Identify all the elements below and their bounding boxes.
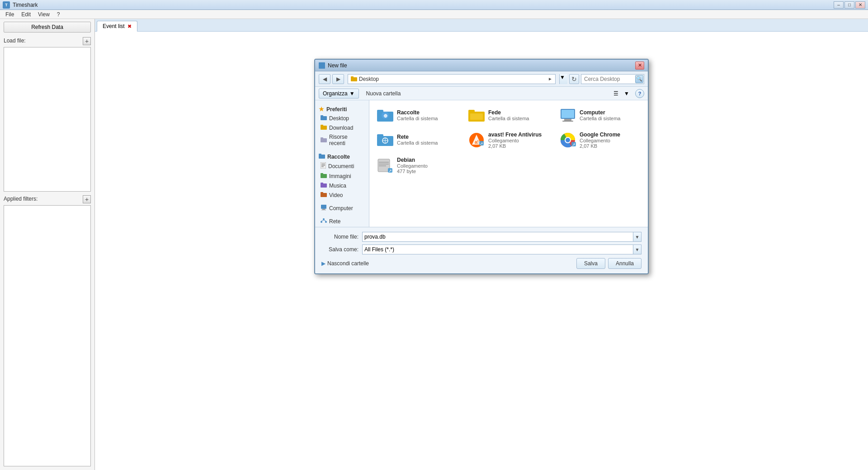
- search-button[interactable]: 🔍: [635, 75, 643, 83]
- file-desc-rete: Cartella di sistema: [397, 140, 438, 146]
- filetype-label: Salva come:: [321, 246, 362, 253]
- nav-download[interactable]: Download: [315, 123, 369, 132]
- svg-rect-56: [379, 164, 389, 164]
- filetype-input[interactable]: [362, 244, 633, 254]
- app-icon: T: [3, 1, 10, 9]
- file-item-rete[interactable]: Rete Cartella di sistema: [374, 129, 461, 151]
- svg-text:↗: ↗: [572, 142, 576, 147]
- nav-rete[interactable]: Rete: [315, 216, 369, 226]
- refresh-data-button[interactable]: Refresh Data: [4, 22, 91, 33]
- applied-filters-add-button[interactable]: +: [83, 195, 91, 203]
- svg-rect-57: [379, 165, 386, 166]
- help-button[interactable]: ?: [635, 89, 644, 98]
- save-button[interactable]: Salva: [576, 258, 605, 269]
- menu-view[interactable]: View: [34, 10, 53, 19]
- svg-rect-37: [564, 119, 571, 121]
- svg-rect-55: [379, 162, 389, 163]
- file-item-raccolte[interactable]: ⊕ Raccolte Cartella di sistema: [374, 105, 461, 126]
- nav-immagini-label: Immagini: [329, 173, 351, 179]
- svg-rect-19: [321, 192, 323, 193]
- file-item-chrome[interactable]: ↗ Google Chrome Collegamento 2,07 KB: [557, 129, 643, 151]
- tab-bar: Event list ✖: [95, 19, 868, 32]
- forward-button[interactable]: ▶: [332, 74, 344, 84]
- location-bar: Desktop ►: [348, 74, 556, 84]
- svg-point-25: [325, 221, 327, 223]
- menu-help[interactable]: ?: [53, 10, 64, 19]
- svg-rect-29: [377, 110, 383, 113]
- svg-rect-6: [321, 138, 327, 142]
- dialog-title-bar: New file ✕: [315, 60, 648, 71]
- svg-rect-20: [321, 205, 326, 209]
- tab-event-list[interactable]: Event list ✖: [97, 21, 137, 32]
- file-item-avast[interactable]: a! ↗ avast! Free Antivirus Collegamento: [465, 129, 552, 151]
- menu-bar: File Edit View ?: [0, 10, 868, 19]
- load-file-add-button[interactable]: +: [83, 37, 91, 45]
- svg-rect-17: [321, 183, 323, 184]
- dialog-action-buttons: Salva Annulla: [576, 258, 642, 269]
- svg-rect-9: [319, 154, 321, 155]
- nav-recent[interactable]: Risorse recenti: [315, 132, 369, 148]
- file-item-debian[interactable]: ↗ Debian Collegamento 477 byte: [374, 155, 461, 176]
- svg-rect-38: [562, 121, 573, 122]
- menu-file[interactable]: File: [2, 10, 18, 19]
- file-name-avast: avast! Free Antivirus: [488, 132, 542, 138]
- new-folder-button[interactable]: Nuova cartella: [363, 89, 405, 98]
- toolbar-refresh-button[interactable]: ↻: [569, 74, 579, 84]
- cancel-button[interactable]: Annulla: [608, 258, 642, 269]
- search-wrapper: 🔍: [581, 74, 644, 84]
- maximize-button[interactable]: □: [844, 1, 854, 9]
- svg-rect-5: [321, 125, 323, 126]
- file-desc-fede: Cartella di sistema: [488, 116, 529, 121]
- nav-computer[interactable]: Computer: [315, 203, 369, 213]
- hide-folders-button[interactable]: ▶ Nascondi cartelle: [321, 260, 369, 267]
- content-area: New file ✕ ◀ ▶ Desktop ►: [95, 32, 868, 470]
- nav-desktop[interactable]: Desktop: [315, 113, 369, 123]
- back-button[interactable]: ◀: [319, 74, 330, 84]
- recent-icon: [321, 137, 327, 144]
- view-list-button[interactable]: ☰: [611, 89, 621, 99]
- svg-rect-11: [321, 164, 325, 164]
- organiza-label: Organizza: [323, 90, 348, 97]
- nav-desktop-label: Desktop: [329, 115, 349, 122]
- file-size-debian: 477 byte: [397, 169, 428, 174]
- nav-musica[interactable]: Musica: [315, 181, 369, 190]
- computer-icon: [321, 205, 327, 212]
- file-item-computer[interactable]: Computer Cartella di sistema: [557, 105, 643, 126]
- dialog-title: New file: [328, 62, 635, 69]
- file-item-fede[interactable]: Fede Cartella di sistema: [465, 105, 552, 126]
- close-button[interactable]: ✕: [855, 1, 865, 9]
- window-controls: – □ ✕: [834, 1, 865, 9]
- svg-rect-18: [321, 193, 327, 197]
- location-dropdown[interactable]: ▼: [559, 74, 567, 84]
- nav-documenti[interactable]: Documenti: [315, 161, 369, 171]
- nav-download-label: Download: [329, 125, 353, 131]
- dialog-close-button[interactable]: ✕: [635, 61, 644, 70]
- filetype-dropdown[interactable]: ▼: [633, 244, 642, 254]
- search-input[interactable]: [581, 74, 644, 84]
- file-icon-fede: [468, 107, 485, 123]
- svg-rect-16: [321, 183, 327, 188]
- file-icon-debian: ↗: [377, 157, 393, 174]
- nav-video[interactable]: Video: [315, 190, 369, 200]
- svg-text:↗: ↗: [388, 169, 392, 173]
- tab-close-icon[interactable]: ✖: [127, 24, 132, 29]
- musica-icon: [321, 182, 327, 189]
- svg-text:a!: a!: [475, 140, 479, 145]
- nav-immagini[interactable]: Immagini: [315, 171, 369, 181]
- view-dropdown-button[interactable]: ▼: [622, 89, 632, 99]
- nav-raccolte-header[interactable]: Raccolte: [315, 151, 369, 161]
- organiza-button[interactable]: Organizza ▼: [319, 89, 359, 99]
- file-name-fede: Fede: [488, 109, 529, 116]
- svg-rect-2: [321, 116, 327, 120]
- nav-video-label: Video: [329, 192, 343, 198]
- location-text: Desktop: [359, 76, 546, 82]
- svg-rect-36: [561, 110, 574, 118]
- file-size-avast: 2,07 KB: [488, 143, 542, 149]
- filename-dropdown[interactable]: ▼: [633, 232, 642, 242]
- nav-preferiti-header[interactable]: ★ Preferiti: [315, 104, 369, 113]
- filename-input[interactable]: [362, 232, 633, 242]
- file-name-chrome: Google Chrome: [580, 132, 620, 138]
- dialog-icon: [319, 62, 325, 69]
- minimize-button[interactable]: –: [834, 1, 844, 9]
- menu-edit[interactable]: Edit: [18, 10, 34, 19]
